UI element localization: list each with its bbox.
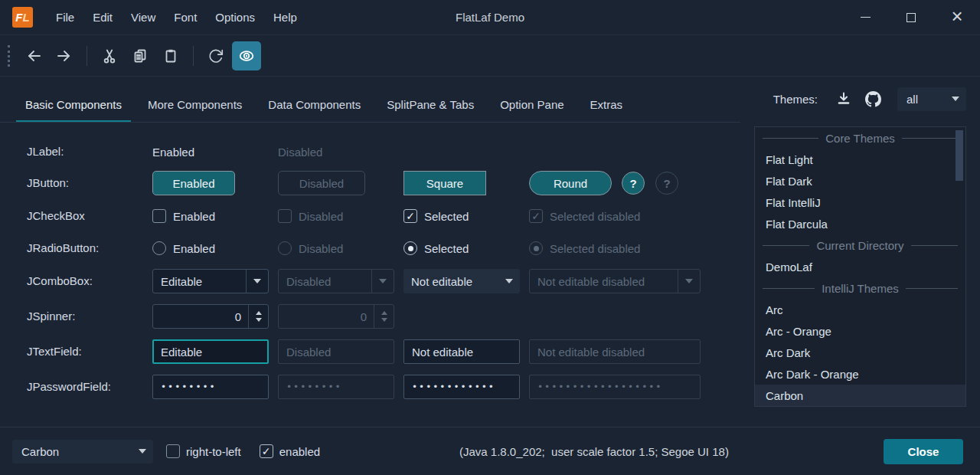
round-button[interactable]: Round (529, 171, 612, 195)
tab-basic-components[interactable]: Basic Components (16, 98, 131, 123)
checkbox-selected-disabled: ✓Selected disabled (529, 204, 701, 228)
combobox-disabled-value: Disabled (279, 270, 371, 293)
radio-selected-label: Selected (424, 242, 469, 255)
toolbar-separator (193, 46, 194, 66)
combo-arrow-button[interactable] (498, 269, 520, 293)
laf-combobox[interactable]: Carbon (12, 440, 153, 464)
tab-extras[interactable]: Extras (581, 98, 632, 123)
checkbox-icon (166, 444, 180, 458)
menu-file[interactable]: File (47, 0, 83, 34)
tab-data-components[interactable]: Data Components (259, 98, 370, 123)
theme-filter-value: all (897, 93, 945, 106)
checkbox-selected-label: Selected (424, 210, 469, 223)
spinner-enabled[interactable]: 0 (152, 304, 269, 329)
minimize-icon (861, 17, 871, 18)
combobox-not-editable-disabled-value: Not editable disabled (530, 270, 678, 293)
cut-button[interactable] (95, 41, 124, 70)
close-window-button[interactable]: × (934, 0, 980, 34)
theme-filter-combobox[interactable]: all (897, 87, 966, 111)
titlebar: FL File Edit View Font Options Help Flat… (0, 0, 980, 35)
github-button[interactable] (861, 87, 885, 111)
radio-icon (152, 241, 166, 255)
download-icon (836, 91, 851, 106)
minimize-button[interactable] (842, 0, 888, 34)
enabled-button[interactable]: Enabled (152, 171, 235, 195)
checkbox-enabled-label: Enabled (173, 210, 215, 223)
spinner-value[interactable]: 0 (153, 305, 248, 328)
menu-edit[interactable]: Edit (83, 0, 122, 34)
passwordfield-not-editable[interactable]: •••••••••••• (403, 375, 520, 399)
theme-item-arc-dark[interactable]: Arc Dark (755, 342, 965, 363)
right-to-left-checkbox[interactable]: right-to-left (166, 444, 241, 458)
radio-selected[interactable]: Selected (403, 236, 520, 260)
theme-item-arc-dark-orange[interactable]: Arc Dark - Orange (755, 363, 965, 385)
theme-item-flat-dark[interactable]: Flat Dark (755, 170, 965, 192)
scrollbar-thumb[interactable] (956, 130, 963, 181)
checkbox-icon (278, 209, 292, 223)
label-enabled: Enabled (152, 146, 194, 159)
chevron-down-icon (379, 279, 387, 283)
menu-font[interactable]: Font (165, 0, 206, 34)
combobox-disabled: Disabled (278, 269, 394, 293)
checkbox-selected[interactable]: ✓Selected (403, 204, 520, 228)
download-themes-button[interactable] (831, 87, 856, 111)
combobox-not-editable-value: Not editable (403, 269, 498, 293)
copy-button[interactable] (126, 41, 155, 70)
combo-arrow-button[interactable] (246, 270, 268, 293)
chevron-down-icon (253, 279, 261, 283)
tab-splitpane-tabs[interactable]: SplitPane & Tabs (377, 98, 483, 123)
textfield-not-editable[interactable]: Not editable (403, 339, 520, 364)
logo-letter-l: L (23, 11, 30, 24)
laf-combobox-value: Carbon (12, 445, 132, 458)
theme-item-carbon[interactable]: Carbon (755, 385, 965, 406)
combo-arrow-area (945, 97, 966, 101)
toolbar (0, 35, 980, 77)
back-button[interactable] (19, 41, 48, 70)
theme-item-flat-intellij[interactable]: Flat IntelliJ (755, 192, 965, 213)
close-button[interactable]: Close (884, 439, 963, 464)
theme-item-arc[interactable]: Arc (755, 299, 965, 320)
checkbox-checked-icon: ✓ (403, 209, 417, 223)
checkbox-selected-disabled-label: Selected disabled (550, 210, 640, 223)
toolbar-grip[interactable] (8, 45, 11, 67)
show-toggle-button[interactable] (232, 41, 261, 70)
radio-enabled[interactable]: Enabled (152, 236, 269, 260)
passwordfield-editable[interactable]: •••••••• (152, 375, 269, 399)
textfield-editable[interactable]: Editable (152, 339, 269, 364)
paste-button[interactable] (156, 41, 185, 70)
square-button[interactable]: Square (403, 171, 486, 195)
checkbox-checked-icon: ✓ (529, 209, 543, 223)
checkbox-disabled: Disabled (278, 204, 394, 228)
enabled-checkbox[interactable]: ✓ enabled (260, 444, 320, 458)
spinner-buttons[interactable] (248, 305, 268, 328)
menu-options[interactable]: Options (206, 0, 264, 34)
radio-selected-disabled: Selected disabled (529, 236, 701, 260)
combobox-editable[interactable]: Editable (152, 269, 269, 293)
combo-arrow-button (678, 270, 700, 293)
menu-view[interactable]: View (122, 0, 165, 34)
theme-item-flat-light[interactable]: Flat Light (755, 149, 965, 170)
jradiobutton-row-label: JRadioButton: (27, 236, 99, 260)
combobox-not-editable[interactable]: Not editable (403, 269, 520, 293)
forward-button[interactable] (50, 41, 79, 70)
tab-more-components[interactable]: More Components (139, 98, 251, 123)
jpasswordfield-row-label: JPasswordField: (27, 375, 111, 399)
checkbox-enabled[interactable]: Enabled (152, 204, 269, 228)
tab-option-pane[interactable]: Option Pane (491, 98, 573, 123)
chevron-down-icon (952, 97, 959, 101)
enabled-label: enabled (279, 445, 320, 458)
refresh-button[interactable] (201, 41, 230, 70)
tabbar: Basic Components More Components Data Co… (0, 77, 980, 123)
theme-item-flat-darcula[interactable]: Flat Darcula (755, 213, 965, 234)
logo-letter-f: F (15, 11, 22, 24)
theme-item-demolaf[interactable]: DemoLaf (755, 256, 965, 277)
passwordfield-not-editable-disabled: •••••••••••••••••• (529, 375, 701, 399)
radio-checked-icon (529, 241, 543, 255)
theme-item-arc-orange[interactable]: Arc - Orange (755, 320, 965, 342)
paste-icon (162, 48, 179, 64)
menu-help[interactable]: Help (264, 0, 306, 34)
help-button[interactable]: ? (622, 172, 645, 195)
maximize-button[interactable] (888, 0, 934, 34)
spinner-up-icon (256, 311, 262, 315)
basic-components-panel: JLabel: Enabled Disabled JButton: Enable… (0, 123, 980, 427)
